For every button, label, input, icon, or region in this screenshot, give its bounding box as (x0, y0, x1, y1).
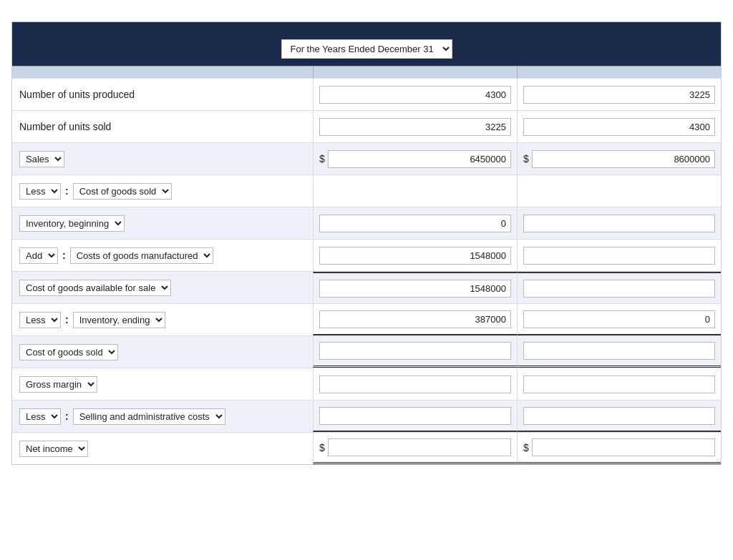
cell-costs-manufactured-2022[interactable] (313, 240, 517, 271)
input-net-income-2023[interactable] (532, 438, 715, 456)
input-cost-available-2022[interactable] (319, 280, 511, 298)
row-units-sold: Number of units sold (12, 110, 721, 142)
row-label-gross-margin[interactable]: Gross margin (12, 372, 313, 397)
row-less-selling-admin: Less : Selling and administrative costs (12, 400, 721, 432)
dollar-net-income-2023: $ (523, 442, 529, 453)
less-cogs-colon: : (65, 185, 69, 197)
row-sales: Sales $ $ (12, 142, 721, 175)
cell-gross-margin-2023[interactable] (517, 368, 721, 400)
dollar-net-income-2022: $ (319, 442, 325, 453)
input-net-income-2022[interactable] (328, 438, 511, 456)
input-cost-goods-sold-2023[interactable] (523, 342, 715, 360)
less-ending-prefix-dropdown[interactable]: Less (19, 312, 61, 328)
row-net-income: Net income $ $ (12, 432, 721, 464)
dollar-sales-2022: $ (319, 153, 325, 164)
cell-units-sold-2022[interactable] (313, 111, 517, 142)
less-selling-prefix-dropdown[interactable]: Less (19, 408, 61, 425)
cell-units-sold-2023[interactable] (517, 111, 721, 142)
add-manufactured-dropdown[interactable]: Costs of goods manufactured (70, 247, 213, 264)
inventory-beginning-dropdown[interactable]: Inventory, beginning (19, 215, 125, 232)
row-label-sales[interactable]: Sales (12, 147, 313, 172)
cell-cost-goods-sold-2023[interactable] (517, 336, 721, 368)
selling-admin-dropdown[interactable]: Selling and administrative costs (73, 408, 225, 425)
units-produced-label: Number of units produced (19, 89, 135, 100)
less-ending-colon: : (65, 314, 69, 325)
row-units-produced: Number of units produced (12, 78, 721, 110)
less-cogs-label-dropdown[interactable]: Cost of goods sold (73, 183, 172, 200)
cell-net-income-2022[interactable]: $ (313, 433, 517, 464)
row-inventory-beginning: Inventory, beginning (12, 207, 721, 239)
units-sold-label: Number of units sold (19, 121, 111, 132)
input-sales-2023[interactable] (532, 150, 715, 168)
row-label-less-inventory-ending[interactable]: Less : Inventory, ending (12, 308, 313, 333)
input-gross-margin-2022[interactable] (319, 375, 511, 393)
cell-cost-goods-sold-2022[interactable] (313, 336, 517, 368)
row-cost-goods-sold: Cost of goods sold (12, 335, 721, 368)
column-headers (12, 66, 721, 78)
col-label-2022 (313, 67, 517, 78)
input-units-sold-2022[interactable] (319, 118, 511, 136)
cell-units-produced-2023[interactable] (517, 79, 721, 110)
cell-net-income-2023[interactable]: $ (517, 433, 721, 464)
table-header: For the Years Ended December 31 (12, 22, 721, 66)
years-dropdown[interactable]: For the Years Ended December 31 (281, 39, 452, 59)
input-units-produced-2022[interactable] (319, 86, 511, 104)
sales-dropdown[interactable]: Sales (19, 151, 64, 167)
row-less-cogs-header: Less : Cost of goods sold (12, 175, 721, 207)
input-gross-margin-2023[interactable] (523, 375, 715, 393)
row-cost-goods-available: Cost of goods available for sale (12, 271, 721, 303)
input-units-produced-2023[interactable] (523, 86, 715, 104)
cost-goods-sold-dropdown[interactable]: Cost of goods sold (19, 344, 118, 360)
col-label-empty (12, 67, 313, 78)
input-selling-admin-2022[interactable] (319, 407, 511, 425)
input-inventory-beginning-2023[interactable] (523, 215, 715, 232)
input-units-sold-2023[interactable] (523, 118, 715, 136)
cell-units-produced-2022[interactable] (313, 79, 517, 110)
input-cost-available-2023[interactable] (523, 280, 715, 298)
row-label-inventory-beginning[interactable]: Inventory, beginning (12, 211, 313, 236)
cell-inventory-beginning-2023[interactable] (517, 207, 721, 239)
cell-inventory-beginning-2022[interactable] (313, 207, 517, 239)
net-income-dropdown[interactable]: Net income (19, 441, 88, 457)
input-selling-admin-2023[interactable] (523, 407, 715, 425)
years-dropdown-row[interactable]: For the Years Ended December 31 (19, 39, 714, 59)
input-inventory-ending-2022[interactable] (319, 310, 511, 328)
gross-margin-dropdown[interactable]: Gross margin (19, 376, 97, 393)
row-label-net-income[interactable]: Net income (12, 436, 313, 461)
cell-inventory-ending-2023[interactable] (517, 304, 721, 335)
row-label-units-sold: Number of units sold (12, 117, 313, 137)
row-add-costs-manufactured: Add : Costs of goods manufactured (12, 239, 721, 271)
row-label-less-cogs[interactable]: Less : Cost of goods sold (12, 179, 313, 204)
input-inventory-beginning-2022[interactable] (319, 215, 511, 232)
row-label-selling-admin[interactable]: Less : Selling and administrative costs (12, 404, 313, 429)
cell-sales-2023[interactable]: $ (517, 143, 721, 175)
cell-costs-manufactured-2023[interactable] (517, 240, 721, 271)
less-cogs-prefix-dropdown[interactable]: Less (19, 183, 61, 200)
row-less-inventory-ending: Less : Inventory, ending (12, 303, 721, 335)
cell-inventory-ending-2022[interactable] (313, 304, 517, 335)
row-label-cost-goods-available[interactable]: Cost of goods available for sale (12, 275, 313, 300)
less-selling-colon: : (65, 411, 69, 422)
cell-sales-2022[interactable]: $ (313, 143, 517, 175)
cell-less-cogs-2022 (313, 175, 517, 207)
input-sales-2022[interactable] (328, 150, 511, 168)
row-label-add-manufactured[interactable]: Add : Costs of goods manufactured (12, 243, 313, 268)
cost-goods-available-dropdown[interactable]: Cost of goods available for sale (19, 280, 171, 296)
input-inventory-ending-2023[interactable] (523, 310, 715, 328)
cell-gross-margin-2022[interactable] (313, 368, 517, 400)
cell-selling-admin-2023[interactable] (517, 401, 721, 432)
add-colon: : (62, 250, 66, 261)
input-cost-goods-sold-2022[interactable] (319, 342, 511, 360)
dollar-sales-2023: $ (523, 153, 529, 164)
input-costs-manufactured-2023[interactable] (523, 247, 715, 265)
cell-less-cogs-2023 (517, 175, 721, 207)
cell-cost-available-2022[interactable] (313, 272, 517, 303)
cell-selling-admin-2022[interactable] (313, 401, 517, 432)
income-statement-table: For the Years Ended December 31 Number o… (11, 21, 722, 465)
input-costs-manufactured-2022[interactable] (319, 247, 511, 265)
row-label-cost-goods-sold[interactable]: Cost of goods sold (12, 340, 313, 365)
add-prefix-dropdown[interactable]: Add (19, 247, 58, 264)
cell-cost-available-2023[interactable] (517, 272, 721, 303)
row-label-units-produced: Number of units produced (12, 84, 313, 104)
inventory-ending-dropdown[interactable]: Inventory, ending (73, 312, 165, 328)
